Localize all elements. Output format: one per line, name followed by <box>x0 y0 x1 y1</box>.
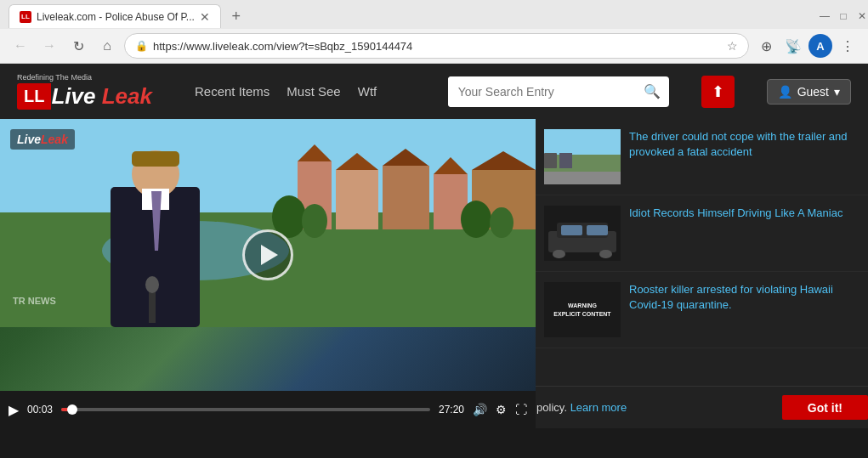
svg-point-14 <box>302 204 327 238</box>
play-icon <box>261 245 278 265</box>
tab-title: Liveleak.com - Police Abuse Of P... <box>37 11 195 23</box>
play-button[interactable]: ▶ <box>9 402 19 418</box>
site-logo[interactable]: LL Live Leak <box>17 83 152 110</box>
menu-button[interactable]: ⋮ <box>836 34 859 58</box>
settings-icon[interactable]: ⚙ <box>496 403 507 416</box>
cast-button[interactable]: 📡 <box>781 34 805 58</box>
nav-wtf[interactable]: Wtf <box>358 84 377 99</box>
nav-recent-items[interactable]: Recent Items <box>195 84 269 99</box>
home-button[interactable]: ⌂ <box>95 34 119 58</box>
sidebar-thumb-svg-1 <box>544 129 621 184</box>
logo-tagline: Redefining The Media <box>17 73 92 82</box>
active-tab[interactable]: LL Liveleak.com - Police Abuse Of P... ✕ <box>9 4 221 28</box>
accept-cookies-button[interactable]: Got it! <box>782 395 868 420</box>
site-header: Redefining The Media LL Live Leak Recent… <box>0 64 868 119</box>
play-pause-button[interactable] <box>242 229 293 280</box>
guest-icon: 👤 <box>778 85 792 99</box>
extensions-button[interactable]: ⊕ <box>754 34 778 58</box>
guest-chevron-icon: ▾ <box>834 85 840 99</box>
upload-button[interactable]: ⬆ <box>701 76 735 108</box>
svg-rect-7 <box>383 166 429 229</box>
sidebar-item-3[interactable]: WARNING EXPLICIT CONTENT Rooster killer … <box>536 272 868 348</box>
close-button[interactable]: ✕ <box>856 10 868 22</box>
tab-bar: LL Liveleak.com - Police Abuse Of P... ✕… <box>0 0 868 29</box>
svg-rect-24 <box>544 129 621 155</box>
progress-thumb <box>67 404 77 415</box>
svg-rect-26 <box>544 172 621 184</box>
sidebar-thumb-svg-2 <box>544 206 621 261</box>
main-content: LiveLeak TR NEWS ▶ 00:03 27:20 🔊 ⚙ ⛶ <box>0 119 868 386</box>
video-scene-svg <box>0 119 536 327</box>
total-time-display: 27:20 <box>439 404 464 416</box>
svg-rect-27 <box>544 153 557 168</box>
navigation-bar: ← → ↻ ⌂ 🔒 https://www.liveleak.com/view?… <box>0 29 868 63</box>
sidebar-item-title-2: Idiot Records Himself Driving Like A Man… <box>629 206 861 261</box>
back-button[interactable]: ← <box>9 34 32 58</box>
progress-bar[interactable] <box>61 408 430 411</box>
refresh-button[interactable]: ↻ <box>66 34 90 58</box>
volume-icon[interactable]: 🔊 <box>473 403 487 416</box>
svg-rect-19 <box>132 151 179 167</box>
search-area: 🔍 <box>448 76 669 107</box>
security-icon: 🔒 <box>135 40 148 52</box>
guest-menu-button[interactable]: 👤 Guest ▾ <box>767 79 851 105</box>
logo-area: Redefining The Media LL Live Leak <box>17 73 152 110</box>
account-avatar[interactable]: A <box>808 34 832 58</box>
guest-label: Guest <box>797 85 829 99</box>
svg-point-23 <box>145 276 159 293</box>
svg-rect-34 <box>561 225 582 235</box>
sidebar-thumb-3: WARNING EXPLICIT CONTENT <box>544 282 621 337</box>
window-controls: — □ ✕ <box>819 10 868 22</box>
video-watermark-logo: LiveLeak <box>10 129 75 150</box>
svg-rect-32 <box>553 250 565 258</box>
sidebar-related-videos: The driver could not cope with the trail… <box>536 119 868 386</box>
address-bar[interactable]: 🔒 https://www.liveleak.com/view?t=sBqbz_… <box>124 33 749 59</box>
sidebar-item-1[interactable]: The driver could not cope with the trail… <box>536 119 868 195</box>
nav-actions: ⊕ 📡 A ⋮ <box>754 34 859 58</box>
learn-more-link[interactable]: Learn more <box>570 401 627 414</box>
logo-text: Live Leak <box>51 83 152 110</box>
forward-button[interactable]: → <box>37 34 61 58</box>
svg-rect-35 <box>587 225 608 235</box>
bookmark-icon[interactable]: ☆ <box>727 39 738 53</box>
video-controls-bar: ▶ 00:03 27:20 🔊 ⚙ ⛶ <box>0 391 536 428</box>
logo-icon: LL <box>17 83 51 110</box>
warning-label: WARNING EXPLICIT CONTENT <box>553 302 610 317</box>
logo-live: Live <box>51 83 95 109</box>
new-tab-button[interactable]: + <box>226 6 247 26</box>
minimize-button[interactable]: — <box>819 10 831 22</box>
browser-chrome: LL Liveleak.com - Police Abuse Of P... ✕… <box>0 0 868 64</box>
search-button[interactable]: 🔍 <box>635 76 669 107</box>
fullscreen-button[interactable]: ⛶ <box>515 403 527 416</box>
sidebar-item-2[interactable]: Idiot Records Himself Driving Like A Man… <box>536 195 868 272</box>
svg-point-16 <box>490 207 513 238</box>
sidebar-item-title-3: Rooster killer arrested for violating Ha… <box>629 282 861 337</box>
tab-close-button[interactable]: ✕ <box>200 10 210 24</box>
svg-rect-5 <box>336 170 378 229</box>
video-player[interactable]: LiveLeak TR NEWS <box>0 119 536 391</box>
video-channel-watermark: TR NEWS <box>13 296 56 306</box>
sidebar-thumb-2 <box>544 206 621 261</box>
svg-rect-33 <box>599 250 612 258</box>
site-navigation: Recent Items Must See Wtf <box>195 84 377 99</box>
video-section: LiveLeak TR NEWS ▶ 00:03 27:20 🔊 ⚙ ⛶ <box>0 119 536 386</box>
restore-button[interactable]: □ <box>837 10 849 22</box>
svg-rect-28 <box>559 153 572 168</box>
current-time-display: 00:03 <box>27 404 53 416</box>
svg-point-15 <box>461 201 491 238</box>
url-text: https://www.liveleak.com/view?t=sBqbz_15… <box>153 40 722 53</box>
nav-must-see[interactable]: Must See <box>286 84 340 99</box>
sidebar-item-title-1: The driver could not cope with the trail… <box>629 129 861 184</box>
sidebar-thumb-1 <box>544 129 621 184</box>
tab-favicon: LL <box>20 11 31 23</box>
logo-leak: Leak <box>102 83 152 109</box>
search-input[interactable] <box>448 76 635 107</box>
